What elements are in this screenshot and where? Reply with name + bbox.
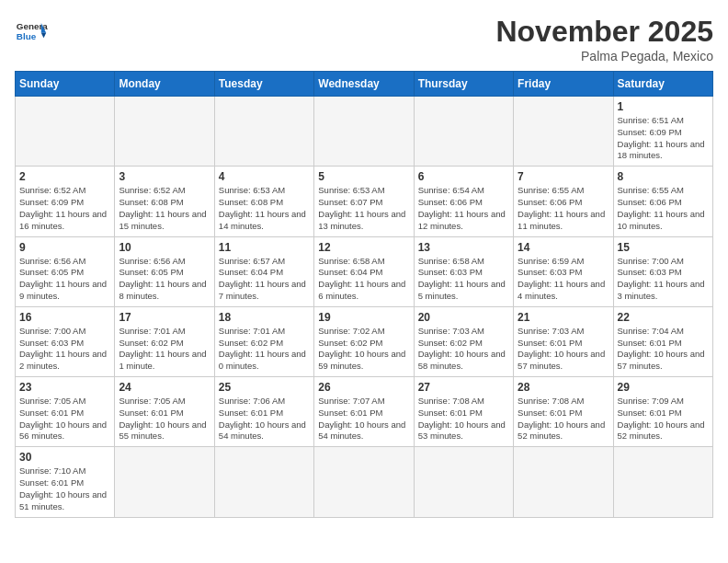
calendar-cell: 15Sunrise: 7:00 AM Sunset: 6:03 PM Dayli… [613,236,712,306]
day-number: 23 [19,381,110,394]
day-info: Sunrise: 7:08 AM Sunset: 6:01 PM Dayligh… [418,396,509,442]
title-block: November 2025 Palma Pegada, Mexico [495,15,713,63]
calendar-cell: 21Sunrise: 7:03 AM Sunset: 6:01 PM Dayli… [514,306,613,376]
week-row-2: 9Sunrise: 6:56 AM Sunset: 6:05 PM Daylig… [16,236,713,306]
calendar-cell: 28Sunrise: 7:08 AM Sunset: 6:01 PM Dayli… [514,377,613,447]
day-number: 24 [119,381,210,394]
day-number: 6 [418,170,509,183]
calendar-cell: 12Sunrise: 6:58 AM Sunset: 6:04 PM Dayli… [314,236,414,306]
day-info: Sunrise: 6:53 AM Sunset: 6:07 PM Dayligh… [318,185,409,232]
day-number: 11 [219,241,310,254]
day-info: Sunrise: 6:53 AM Sunset: 6:08 PM Dayligh… [219,185,310,232]
logo-svg: General Blue [15,15,48,48]
day-number: 15 [618,241,709,254]
day-number: 10 [119,241,210,254]
day-info: Sunrise: 7:07 AM Sunset: 6:01 PM Dayligh… [318,396,409,442]
calendar-cell [16,97,115,167]
day-number: 29 [618,381,709,394]
calendar-cell: 4Sunrise: 6:53 AM Sunset: 6:08 PM Daylig… [214,167,313,236]
week-row-0: 1Sunrise: 6:51 AM Sunset: 6:09 PM Daylig… [16,97,713,167]
day-number: 25 [219,381,310,394]
calendar-cell: 5Sunrise: 6:53 AM Sunset: 6:07 PM Daylig… [314,167,414,236]
day-info: Sunrise: 7:06 AM Sunset: 6:01 PM Dayligh… [219,396,310,442]
calendar-cell [613,447,712,517]
day-info: Sunrise: 6:57 AM Sunset: 6:04 PM Dayligh… [219,256,310,303]
day-number: 27 [418,381,509,394]
calendar-cell: 1Sunrise: 6:51 AM Sunset: 6:09 PM Daylig… [613,97,712,167]
weekday-header-thursday: Thursday [414,72,513,97]
weekday-header-monday: Monday [115,72,214,97]
calendar-table: SundayMondayTuesdayWednesdayThursdayFrid… [15,71,713,518]
weekday-header-sunday: Sunday [16,72,115,97]
day-number: 4 [219,170,310,183]
calendar-cell: 24Sunrise: 7:05 AM Sunset: 6:01 PM Dayli… [115,377,214,447]
calendar-cell: 2Sunrise: 6:52 AM Sunset: 6:09 PM Daylig… [16,167,115,236]
day-info: Sunrise: 6:52 AM Sunset: 6:09 PM Dayligh… [19,185,110,232]
day-number: 17 [119,311,210,324]
day-info: Sunrise: 6:58 AM Sunset: 6:04 PM Dayligh… [318,256,409,303]
calendar-cell [214,447,313,517]
calendar-cell: 29Sunrise: 7:09 AM Sunset: 6:01 PM Dayli… [613,377,712,447]
calendar-cell [214,97,313,167]
calendar-cell: 11Sunrise: 6:57 AM Sunset: 6:04 PM Dayli… [214,236,313,306]
day-number: 3 [119,170,210,183]
day-number: 22 [618,311,709,324]
calendar-cell: 30Sunrise: 7:10 AM Sunset: 6:01 PM Dayli… [16,447,115,517]
calendar-cell: 18Sunrise: 7:01 AM Sunset: 6:02 PM Dayli… [214,306,313,376]
calendar-cell [414,97,513,167]
svg-marker-3 [41,33,46,38]
day-info: Sunrise: 7:02 AM Sunset: 6:02 PM Dayligh… [318,326,409,373]
weekday-header-row: SundayMondayTuesdayWednesdayThursdayFrid… [16,72,713,97]
weekday-header-saturday: Saturday [613,72,712,97]
day-info: Sunrise: 7:00 AM Sunset: 6:03 PM Dayligh… [618,256,709,303]
day-info: Sunrise: 7:04 AM Sunset: 6:01 PM Dayligh… [618,326,709,373]
day-info: Sunrise: 7:01 AM Sunset: 6:02 PM Dayligh… [119,326,210,373]
day-info: Sunrise: 7:03 AM Sunset: 6:01 PM Dayligh… [518,326,609,373]
day-number: 16 [19,311,110,324]
day-number: 19 [318,311,409,324]
logo: General Blue [15,15,48,48]
calendar-cell: 27Sunrise: 7:08 AM Sunset: 6:01 PM Dayli… [414,377,513,447]
day-number: 9 [19,241,110,254]
calendar-cell: 26Sunrise: 7:07 AM Sunset: 6:01 PM Dayli… [314,377,414,447]
calendar-cell: 9Sunrise: 6:56 AM Sunset: 6:05 PM Daylig… [16,236,115,306]
calendar-cell [314,447,414,517]
calendar-cell: 10Sunrise: 6:56 AM Sunset: 6:05 PM Dayli… [115,236,214,306]
week-row-3: 16Sunrise: 7:00 AM Sunset: 6:03 PM Dayli… [16,306,713,376]
calendar-cell: 13Sunrise: 6:58 AM Sunset: 6:03 PM Dayli… [414,236,513,306]
calendar-cell: 25Sunrise: 7:06 AM Sunset: 6:01 PM Dayli… [214,377,313,447]
calendar-cell: 20Sunrise: 7:03 AM Sunset: 6:02 PM Dayli… [414,306,513,376]
weekday-header-tuesday: Tuesday [214,72,313,97]
svg-text:Blue: Blue [17,31,37,41]
day-info: Sunrise: 6:52 AM Sunset: 6:08 PM Dayligh… [119,185,210,232]
calendar-cell: 22Sunrise: 7:04 AM Sunset: 6:01 PM Dayli… [613,306,712,376]
day-number: 20 [418,311,509,324]
day-number: 1 [618,100,709,113]
page-header: General Blue November 2025 Palma Pegada,… [15,15,713,63]
calendar-cell: 7Sunrise: 6:55 AM Sunset: 6:06 PM Daylig… [514,167,613,236]
day-number: 7 [518,170,609,183]
day-info: Sunrise: 7:00 AM Sunset: 6:03 PM Dayligh… [19,326,110,373]
day-info: Sunrise: 6:54 AM Sunset: 6:06 PM Dayligh… [418,185,509,232]
day-info: Sunrise: 6:58 AM Sunset: 6:03 PM Dayligh… [418,256,509,303]
calendar-cell: 8Sunrise: 6:55 AM Sunset: 6:06 PM Daylig… [613,167,712,236]
calendar-cell: 19Sunrise: 7:02 AM Sunset: 6:02 PM Dayli… [314,306,414,376]
day-info: Sunrise: 6:56 AM Sunset: 6:05 PM Dayligh… [119,256,210,303]
month-year-title: November 2025 [495,15,713,49]
calendar-cell: 16Sunrise: 7:00 AM Sunset: 6:03 PM Dayli… [16,306,115,376]
calendar-cell [115,447,214,517]
day-info: Sunrise: 6:55 AM Sunset: 6:06 PM Dayligh… [618,185,709,232]
day-info: Sunrise: 7:05 AM Sunset: 6:01 PM Dayligh… [119,396,210,442]
calendar-cell [115,97,214,167]
calendar-cell: 17Sunrise: 7:01 AM Sunset: 6:02 PM Dayli… [115,306,214,376]
week-row-1: 2Sunrise: 6:52 AM Sunset: 6:09 PM Daylig… [16,167,713,236]
day-number: 2 [19,170,110,183]
week-row-5: 30Sunrise: 7:10 AM Sunset: 6:01 PM Dayli… [16,447,713,517]
day-number: 8 [618,170,709,183]
day-info: Sunrise: 6:56 AM Sunset: 6:05 PM Dayligh… [19,256,110,303]
calendar-cell: 3Sunrise: 6:52 AM Sunset: 6:08 PM Daylig… [115,167,214,236]
day-number: 21 [518,311,609,324]
day-info: Sunrise: 7:01 AM Sunset: 6:02 PM Dayligh… [219,326,310,373]
day-number: 18 [219,311,310,324]
day-number: 14 [518,241,609,254]
